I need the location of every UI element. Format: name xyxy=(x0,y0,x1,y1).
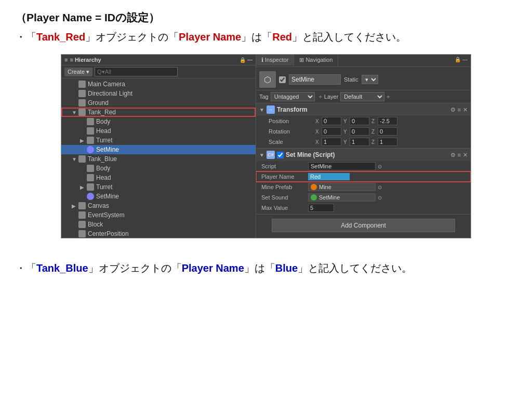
hierarchy-item-tank-red[interactable]: ▼ Tank_Red xyxy=(61,108,256,117)
hierarchy-item-eventsystem[interactable]: EventSystem xyxy=(61,210,256,220)
expand-icon: ▼ xyxy=(72,110,77,115)
scale-z-input[interactable] xyxy=(378,138,397,146)
hierarchy-item-canvas[interactable]: ▶ Canvas xyxy=(61,201,256,210)
gameobj-icon xyxy=(87,174,94,181)
item-label: Head xyxy=(96,127,111,135)
scale-z-field: Z xyxy=(371,138,397,146)
hierarchy-item-head2[interactable]: Head xyxy=(61,173,256,182)
hierarchy-item-turret1[interactable]: ▶ Turret xyxy=(61,136,256,145)
static-dropdown[interactable]: ▾ xyxy=(362,75,378,84)
bullet2-text: ・「Tank_Blue」オブジェクトの「Player Name」は「Blue」と… xyxy=(16,260,516,276)
x-label: X xyxy=(315,129,321,135)
rotation-z-input[interactable] xyxy=(378,127,397,136)
transform-section: ▼ ↔ Transform ⚙ ≡ ✕ Position X xyxy=(256,103,471,149)
gameobj-icon xyxy=(87,165,94,172)
z-label: Z xyxy=(371,129,377,135)
position-z-input[interactable] xyxy=(378,117,397,125)
gameobj-icon xyxy=(87,137,94,144)
tag-select[interactable]: Untagged xyxy=(271,92,315,101)
hierarchy-item-centerposition[interactable]: CenterPosition xyxy=(61,229,256,238)
hierarchy-item-block[interactable]: Block xyxy=(61,220,256,229)
hierarchy-item-main-camera[interactable]: Main Camera xyxy=(61,79,256,89)
hierarchy-item-body1[interactable]: Body xyxy=(61,117,256,126)
bullet2-prefix: ・「 xyxy=(16,262,36,274)
bullet1-middle2: 」は「 xyxy=(241,31,272,43)
transform-icon: ↔ xyxy=(267,105,275,114)
item-label: CenterPosition xyxy=(88,230,129,237)
position-label: Position xyxy=(269,118,315,124)
player-name-input[interactable] xyxy=(308,173,350,180)
item-label: SetMine xyxy=(96,146,119,153)
object-active-checkbox[interactable] xyxy=(279,76,286,83)
hierarchy-item-head1[interactable]: Head xyxy=(61,126,256,136)
rotation-row: Rotation X Y Z xyxy=(256,126,471,137)
scale-x-input[interactable] xyxy=(322,138,341,146)
search-input[interactable] xyxy=(95,67,178,76)
max-value-input[interactable] xyxy=(308,204,334,212)
create-button[interactable]: Create ▾ xyxy=(64,68,92,76)
player-name-label1: Player Name xyxy=(179,31,241,43)
static-label: Static xyxy=(344,76,358,83)
transform-title: Transform xyxy=(277,106,448,113)
hierarchy-item-ground[interactable]: Ground xyxy=(61,98,256,108)
item-label: Turret xyxy=(96,137,113,144)
tab-inspector[interactable]: ℹ Inspector xyxy=(256,55,294,66)
script-icons-right: ⚙ ≡ ✕ xyxy=(450,152,468,158)
position-x-input[interactable] xyxy=(322,117,341,125)
page-heading: （Player Name = IDの設定） xyxy=(16,10,516,25)
gameobj-icon xyxy=(78,230,86,237)
setmine-script-section: ▼ C# Set Mine (Script) ⚙ ≡ ✕ Script ⊙ xyxy=(256,149,471,215)
rotation-x-input[interactable] xyxy=(322,127,341,136)
gameobj-icon xyxy=(78,202,86,209)
hierarchy-item-setmine2[interactable]: SetMine xyxy=(61,192,256,201)
tab-navigation[interactable]: ⊞ Navigation xyxy=(294,55,338,66)
section-gap xyxy=(16,250,516,260)
item-label: Body xyxy=(96,118,110,125)
set-sound-label: Set Sound xyxy=(261,194,308,201)
add-component-button[interactable]: Add Component xyxy=(272,219,455,232)
item-label: Directional Light xyxy=(88,90,132,97)
position-y-input[interactable] xyxy=(350,117,369,125)
script-icon-a: ⚙ xyxy=(450,152,456,158)
inspector-tabs: ℹ Inspector ⊞ Navigation 🔒 — xyxy=(256,55,471,67)
bullet2-suffix: 」と記入してください。 xyxy=(298,262,412,274)
gameobj-icon xyxy=(78,81,86,88)
scale-row: Scale X Y Z xyxy=(256,137,471,147)
gameobj-icon xyxy=(87,118,94,125)
item-label: SetMine xyxy=(96,193,119,200)
rotation-x-field: X xyxy=(315,127,341,136)
y-label: Y xyxy=(343,129,349,135)
hierarchy-item-directional-light[interactable]: Directional Light xyxy=(61,89,256,98)
unity-screenshot: ≡ ≡ Hierarchy 🔒 — Create ▾ Main Camera D… xyxy=(61,54,471,238)
position-x-field: X xyxy=(315,117,341,125)
layer-select[interactable]: Default xyxy=(340,92,384,101)
bullet1-suffix: 」と記入してください。 xyxy=(292,31,406,43)
scale-y-input[interactable] xyxy=(350,138,369,146)
inspector-lock-icon: 🔒 — xyxy=(451,55,471,66)
tag-label: Tag xyxy=(259,94,269,100)
hierarchy-item-setmine1[interactable]: SetMine xyxy=(61,145,256,154)
script-value-input[interactable] xyxy=(308,162,376,170)
hierarchy-title: ≡ Hierarchy xyxy=(70,57,101,63)
obj-icon-shape: ⬡ xyxy=(264,75,271,85)
gameobj-icon xyxy=(78,221,86,228)
script-header[interactable]: ▼ C# Set Mine (Script) ⚙ ≡ ✕ xyxy=(256,149,471,161)
setmine-icon xyxy=(87,146,94,153)
transform-header[interactable]: ▼ ↔ Transform ⚙ ≡ ✕ xyxy=(256,103,471,116)
transform-icon-c: ✕ xyxy=(463,107,468,113)
object-name-input[interactable] xyxy=(289,74,341,85)
hierarchy-item-tank-blue[interactable]: ▼ Tank_Blue xyxy=(61,154,256,164)
hierarchy-list: Main Camera Directional Light Ground ▼ T… xyxy=(61,78,256,238)
set-sound-circle-icon: ⊙ xyxy=(378,195,382,201)
hierarchy-item-turret2[interactable]: ▶ Turret xyxy=(61,182,256,192)
position-z-field: Z xyxy=(371,117,397,125)
layer-dropdown-icon: ÷ xyxy=(387,94,390,100)
bullet1-middle: 」オブジェクトの「 xyxy=(85,31,179,43)
hierarchy-item-body2[interactable]: Body xyxy=(61,164,256,173)
script-active-checkbox[interactable] xyxy=(277,152,284,158)
rotation-y-input[interactable] xyxy=(350,127,369,136)
player-name-prop-label: Player Name xyxy=(261,174,308,180)
item-label: Turret xyxy=(96,183,113,191)
max-value-row: Max Value xyxy=(256,203,471,213)
item-label: Main Camera xyxy=(88,81,125,88)
